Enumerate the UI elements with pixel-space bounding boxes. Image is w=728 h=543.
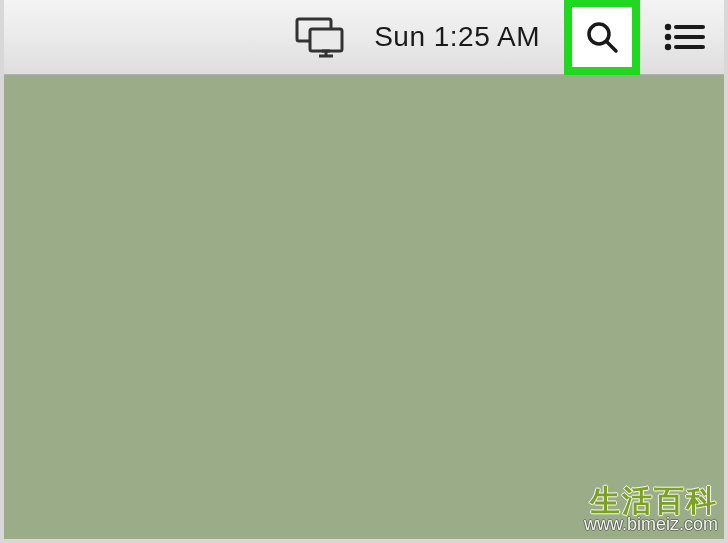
displays-icon <box>294 16 346 58</box>
svg-rect-1 <box>310 29 342 51</box>
desktop-wallpaper <box>0 75 728 543</box>
search-icon <box>584 19 620 55</box>
svg-line-6 <box>607 42 616 51</box>
watermark-brand: 生活百科 <box>584 486 718 516</box>
notification-center[interactable] <box>654 7 714 67</box>
menubar-items: Sun 1:25 AM <box>290 0 714 75</box>
displays-menu-item[interactable] <box>290 7 350 67</box>
list-icon <box>663 21 705 53</box>
watermark: 生活百科 www.bimeiz.com <box>584 486 718 535</box>
search-highlight <box>564 0 640 75</box>
svg-point-7 <box>665 24 671 30</box>
spotlight-search[interactable] <box>572 7 632 67</box>
svg-point-9 <box>665 34 671 40</box>
clock[interactable]: Sun 1:25 AM <box>364 7 550 67</box>
svg-point-11 <box>665 44 671 50</box>
watermark-url: www.bimeiz.com <box>584 514 718 535</box>
menubar: Sun 1:25 AM <box>0 0 728 75</box>
